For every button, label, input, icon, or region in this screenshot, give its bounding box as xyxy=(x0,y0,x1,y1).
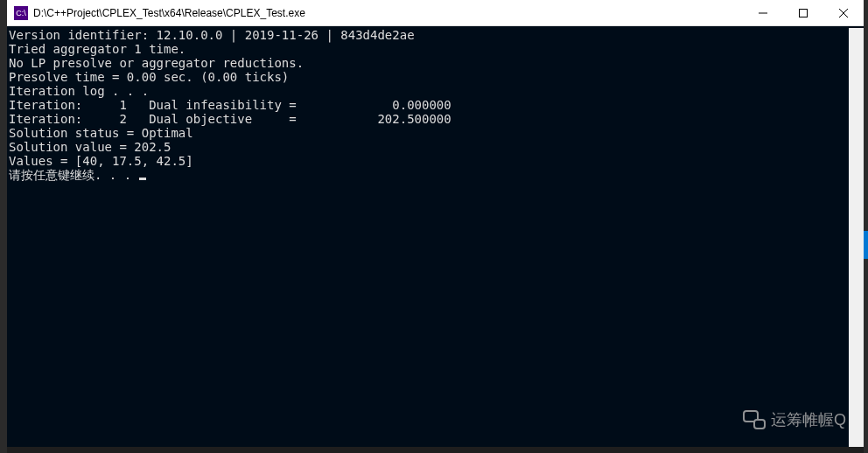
vertical-scrollbar[interactable] xyxy=(849,28,864,447)
console-line: Version identifier: 12.10.0.0 | 2019-11-… xyxy=(7,28,849,42)
console-line: Iteration: 2 Dual objective = 202.500000 xyxy=(7,112,849,126)
svg-rect-1 xyxy=(800,9,808,17)
console-line: Iteration log . . . xyxy=(7,84,849,98)
title-bar[interactable]: C:\ D:\C++Project\CPLEX_Test\x64\Release… xyxy=(7,0,864,26)
console-line: Presolve time = 0.00 sec. (0.00 ticks) xyxy=(7,70,849,84)
maximize-button[interactable] xyxy=(783,0,823,25)
editor-right-indicator xyxy=(864,231,868,259)
console-line: Solution status = Optimal xyxy=(7,126,849,140)
console-line: Iteration: 1 Dual infeasibility = 0.0000… xyxy=(7,98,849,112)
window-controls xyxy=(743,0,864,25)
cursor xyxy=(139,178,146,180)
app-icon: C:\ xyxy=(14,6,28,20)
console-line: 请按任意键继续. . . xyxy=(7,168,849,182)
console-line: Values = [40, 17.5, 42.5] xyxy=(7,154,849,168)
window-title: D:\C++Project\CPLEX_Test\x64\Release\CPL… xyxy=(33,7,743,19)
console-line: Solution value = 202.5 xyxy=(7,140,849,154)
editor-right-edge xyxy=(864,0,868,453)
console-body: Version identifier: 12.10.0.0 | 2019-11-… xyxy=(7,26,864,447)
console-window: C:\ D:\C++Project\CPLEX_Test\x64\Release… xyxy=(7,0,864,447)
console-line: No LP presolve or aggregator reductions. xyxy=(7,56,849,70)
console-output[interactable]: Version identifier: 12.10.0.0 | 2019-11-… xyxy=(7,28,849,447)
console-line: Tried aggregator 1 time. xyxy=(7,42,849,56)
editor-left-edge xyxy=(0,0,7,453)
minimize-button[interactable] xyxy=(743,0,783,25)
close-button[interactable] xyxy=(823,0,864,25)
